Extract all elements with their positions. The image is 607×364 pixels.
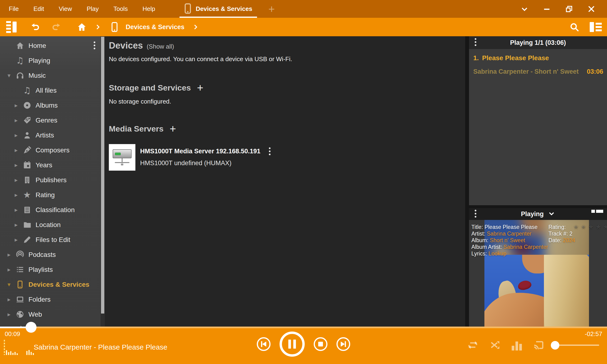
queue-menu-icon[interactable] xyxy=(475,38,476,46)
collapse-icon[interactable]: ▾ xyxy=(4,72,14,79)
now-playing-menu-icon[interactable] xyxy=(475,210,476,218)
rating-stars[interactable]: ★★★★★ xyxy=(573,223,607,230)
breadcrumb-phone-icon[interactable] xyxy=(109,22,119,32)
expand-icon[interactable]: ▸ xyxy=(11,117,21,124)
media-server-name[interactable]: HMS1000T Media Server 192.168.50.191 xyxy=(140,148,260,155)
queue-track[interactable]: 1.Please Please PleaseSabrina Carpenter … xyxy=(473,54,603,75)
equalizer-icon[interactable] xyxy=(512,339,522,351)
sidebar-item-pinned[interactable]: ▾Pinned xyxy=(0,322,101,326)
expand-icon[interactable]: ▸ xyxy=(4,296,14,303)
next-button[interactable] xyxy=(336,337,350,351)
sidebar-item-albums[interactable]: ▸Albums xyxy=(0,98,101,113)
sidebar-item-artists[interactable]: ▸Artists xyxy=(0,128,101,143)
expand-icon[interactable]: ▸ xyxy=(4,311,14,318)
menu-file[interactable]: File xyxy=(1,0,26,18)
expand-icon[interactable]: ▸ xyxy=(11,132,21,139)
undo-button[interactable] xyxy=(30,22,40,32)
sidebar-item-publishers[interactable]: ▸Publishers xyxy=(0,172,101,187)
sidebar-item-menu-icon[interactable] xyxy=(94,41,95,49)
expand-icon[interactable]: ▸ xyxy=(11,162,21,169)
track-metadata-right: Rating: ★★★★★Track #: 2Date: 2024 xyxy=(547,224,607,257)
media-server-item[interactable]: HMS1000T Media Server 192.168.50.191 HMS… xyxy=(109,144,465,171)
collapse-icon[interactable]: ▾ xyxy=(4,281,14,288)
metadata-link[interactable]: Lookup xyxy=(488,250,506,257)
sidebar-item-devices-services[interactable]: ▾Devices & Services xyxy=(0,277,101,292)
show-all-link[interactable]: (Show all) xyxy=(147,43,174,50)
metadata-link[interactable]: Sabrina Carpenter xyxy=(503,244,548,250)
menu-play[interactable]: Play xyxy=(79,0,106,18)
sidebar-item-playlists[interactable]: ▸Playlists xyxy=(0,262,101,277)
minimize-button[interactable] xyxy=(540,2,554,16)
sidebar-item-music[interactable]: ▾Music xyxy=(0,68,101,83)
sidebar-item-location[interactable]: ▸Location xyxy=(0,217,101,232)
view-layout-icon[interactable] xyxy=(590,22,602,32)
metadata-link[interactable]: Sabrina Carpenter xyxy=(487,231,531,237)
person-icon xyxy=(21,130,33,141)
redo-button[interactable] xyxy=(51,22,61,32)
metadata-link[interactable]: 2024 xyxy=(563,237,575,243)
pause-button[interactable] xyxy=(279,332,305,357)
seek-thumb[interactable] xyxy=(26,322,37,333)
cast-icon[interactable] xyxy=(533,339,544,351)
devices-heading: Devices xyxy=(109,40,143,51)
breadcrumb-label[interactable]: Devices & Services xyxy=(126,24,185,31)
breadcrumb-expand-icon[interactable] xyxy=(193,24,199,30)
mediamonkey-window: FileEditViewPlayToolsHelp Devices & Serv… xyxy=(0,0,607,364)
chevron-down-icon[interactable] xyxy=(548,210,555,218)
metadata-field: Track #: 2 xyxy=(548,230,607,237)
expand-icon[interactable]: ▸ xyxy=(4,251,14,258)
breadcrumb-home-icon[interactable] xyxy=(77,22,87,32)
sidebar-item-files-to-edit[interactable]: ▸Files to Edit xyxy=(0,232,101,247)
stop-button[interactable] xyxy=(314,337,328,351)
toggle-panels-icon[interactable] xyxy=(5,21,18,33)
sidebar-item-web[interactable]: ▸Web xyxy=(0,307,101,322)
window-menu-chevron-icon[interactable] xyxy=(517,2,532,16)
elapsed-time: 00:09 xyxy=(5,330,20,338)
menu-edit[interactable]: Edit xyxy=(26,0,52,18)
shuffle-icon[interactable] xyxy=(489,339,501,351)
calendar-icon xyxy=(21,159,33,171)
expand-icon[interactable]: ▸ xyxy=(11,236,21,243)
sidebar-item-rating[interactable]: ▸★Rating xyxy=(0,187,101,202)
media-server-menu-icon[interactable] xyxy=(269,147,271,155)
now-playing-title: Playing xyxy=(521,210,544,218)
sidebar-item-classification[interactable]: ▸Classification xyxy=(0,202,101,217)
expand-icon[interactable]: ▸ xyxy=(11,192,21,198)
metadata-label: Rating: xyxy=(548,224,567,230)
metadata-link[interactable]: Short n' Sweet xyxy=(490,237,525,243)
sidebar-item-podcasts[interactable]: ▸Podcasts xyxy=(0,247,101,262)
repeat-icon[interactable] xyxy=(467,339,478,351)
tab-devices-services[interactable]: Devices & Services xyxy=(178,0,258,18)
volume-slider[interactable] xyxy=(555,339,599,351)
seek-bar[interactable] xyxy=(0,326,607,328)
close-button[interactable] xyxy=(584,2,598,16)
sidebar-scrollbar[interactable] xyxy=(101,36,105,326)
search-icon[interactable] xyxy=(569,22,579,32)
expand-icon[interactable]: ▸ xyxy=(4,266,14,273)
sidebar-item-years[interactable]: ▸Years xyxy=(0,157,101,172)
menu-tools[interactable]: Tools xyxy=(106,0,135,18)
sidebar-item-all-files[interactable]: ♫All files xyxy=(0,83,101,98)
add-storage-button[interactable]: + xyxy=(197,82,203,93)
sidebar-item-composers[interactable]: ▸Composers xyxy=(0,143,101,157)
menu-view[interactable]: View xyxy=(52,0,79,18)
expand-icon[interactable]: ▸ xyxy=(11,147,21,154)
sidebar-item-home[interactable]: Home xyxy=(0,38,101,53)
podcast-icon xyxy=(14,249,26,260)
menu-help[interactable]: Help xyxy=(135,0,162,18)
add-media-server-button[interactable]: + xyxy=(170,123,176,134)
sidebar-item-folders[interactable]: ▸Folders xyxy=(0,292,101,307)
expand-icon[interactable]: ▸ xyxy=(11,207,21,213)
sidebar-item-label: Web xyxy=(28,311,42,318)
volume-thumb[interactable] xyxy=(551,341,559,350)
expand-icon[interactable]: ▸ xyxy=(11,177,21,183)
sidebar-item-genres[interactable]: ▸Genres xyxy=(0,113,101,128)
restore-button[interactable] xyxy=(562,2,576,16)
previous-button[interactable] xyxy=(257,337,271,351)
expand-icon[interactable]: ▸ xyxy=(11,221,21,228)
new-tab-button[interactable]: + xyxy=(265,0,278,18)
sidebar-item-playing[interactable]: ♫Playing xyxy=(0,53,101,68)
expand-icon[interactable]: ▸ xyxy=(11,102,21,109)
now-playing-view-icon[interactable] xyxy=(591,210,603,214)
note-icon: ♫ xyxy=(14,55,26,66)
